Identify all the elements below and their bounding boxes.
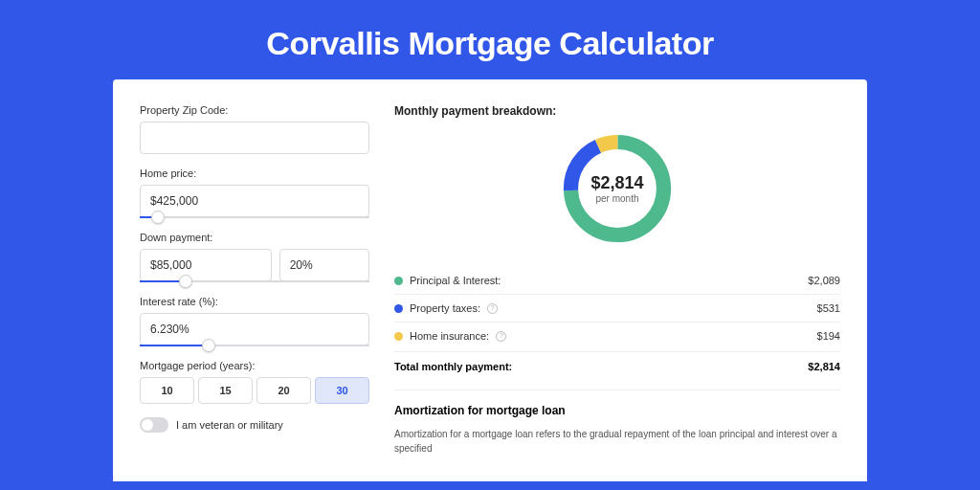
period-btn-15[interactable]: 15 bbox=[198, 377, 253, 404]
legend-label: Property taxes: bbox=[410, 302, 480, 314]
down-slider[interactable] bbox=[140, 280, 369, 282]
legend-row: Principal & Interest:$2,089 bbox=[394, 267, 840, 295]
legend-row: Property taxes:?$531 bbox=[394, 295, 840, 323]
down-percent-input[interactable] bbox=[279, 249, 369, 281]
period-field: Mortgage period (years): 10152030 bbox=[140, 360, 369, 404]
donut-center: $2,814 per month bbox=[590, 173, 643, 204]
page-title: Corvallis Mortgage Calculator bbox=[0, 0, 980, 79]
period-label: Mortgage period (years): bbox=[140, 360, 369, 371]
legend-value: $531 bbox=[817, 302, 840, 314]
rate-label: Interest rate (%): bbox=[140, 296, 369, 307]
donut-amount: $2,814 bbox=[590, 173, 643, 193]
rate-slider[interactable] bbox=[140, 345, 369, 346]
legend: Principal & Interest:$2,089Property taxe… bbox=[394, 267, 840, 349]
price-slider[interactable] bbox=[140, 216, 369, 218]
price-slider-thumb[interactable] bbox=[151, 211, 165, 224]
price-field: Home price: bbox=[140, 167, 369, 218]
legend-dot bbox=[394, 332, 403, 341]
legend-value: $2,089 bbox=[808, 275, 840, 286]
donut-sub: per month bbox=[590, 193, 643, 204]
legend-label: Principal & Interest: bbox=[410, 275, 501, 286]
down-field: Down payment: bbox=[140, 232, 369, 282]
legend-dot bbox=[394, 304, 403, 313]
total-value: $2,814 bbox=[808, 361, 840, 372]
rate-field: Interest rate (%): bbox=[140, 296, 369, 346]
rate-slider-thumb[interactable] bbox=[202, 339, 215, 352]
period-group: 10152030 bbox=[140, 377, 369, 404]
amortization-text: Amortization for a mortgage loan refers … bbox=[394, 427, 840, 456]
period-btn-20[interactable]: 20 bbox=[256, 377, 311, 404]
total-label: Total monthly payment: bbox=[394, 361, 512, 372]
veteran-toggle[interactable] bbox=[140, 417, 168, 433]
calculator-card: Property Zip Code: Home price: Down paym… bbox=[113, 79, 867, 481]
legend-dot bbox=[394, 277, 403, 285]
legend-label: Home insurance: bbox=[410, 330, 489, 342]
down-label: Down payment: bbox=[140, 232, 369, 243]
total-row: Total monthly payment: $2,814 bbox=[394, 351, 840, 386]
donut-chart: $2,814 per month bbox=[394, 127, 840, 250]
period-btn-30[interactable]: 30 bbox=[315, 377, 369, 404]
zip-input[interactable] bbox=[140, 122, 369, 154]
rate-slider-fill bbox=[140, 345, 209, 346]
info-icon[interactable]: ? bbox=[496, 331, 506, 342]
period-btn-10[interactable]: 10 bbox=[140, 377, 194, 404]
rate-input[interactable] bbox=[140, 313, 369, 345]
breakdown-title: Monthly payment breakdown: bbox=[394, 104, 840, 118]
amortization-section: Amortization for mortgage loan Amortizat… bbox=[394, 390, 840, 456]
breakdown-column: Monthly payment breakdown: $2,814 per mo… bbox=[394, 104, 840, 481]
down-slider-thumb[interactable] bbox=[179, 275, 192, 288]
zip-label: Property Zip Code: bbox=[140, 104, 369, 116]
legend-row: Home insurance:?$194 bbox=[394, 323, 840, 349]
toggle-knob bbox=[142, 419, 153, 431]
veteran-label: I am veteran or military bbox=[176, 419, 283, 431]
legend-value: $194 bbox=[817, 330, 840, 342]
price-label: Home price: bbox=[140, 167, 369, 179]
zip-field: Property Zip Code: bbox=[140, 104, 369, 154]
price-input[interactable] bbox=[140, 185, 369, 217]
down-amount-input[interactable] bbox=[140, 249, 272, 281]
amortization-title: Amortization for mortgage loan bbox=[394, 404, 840, 417]
veteran-row: I am veteran or military bbox=[140, 417, 369, 433]
inputs-column: Property Zip Code: Home price: Down paym… bbox=[140, 104, 369, 481]
info-icon[interactable]: ? bbox=[487, 303, 498, 314]
